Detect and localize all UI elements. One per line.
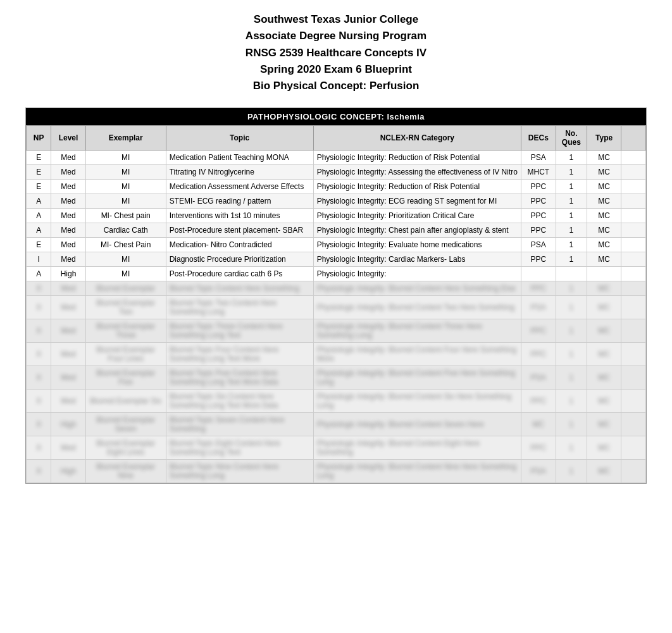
table-row: AHighMIPost-Procedure cardiac cath 6 PsP… [27, 266, 646, 281]
col-header-type: Type [587, 125, 621, 150]
page-header: Southwest Texas Junior College Associate… [0, 0, 672, 101]
table-row: IMedMIDiagnostic Procedure Prioritizatio… [27, 252, 646, 266]
header-line5: Bio Physical Concept: Perfusion [6, 78, 666, 94]
col-header-exemplar: Exemplar [85, 125, 166, 150]
table-row: XMedBlurred Exemplar SixBlurred Topic Si… [27, 389, 646, 412]
col-header-decs: DECs [521, 125, 556, 150]
header-line1: Southwest Texas Junior College [6, 11, 666, 28]
col-header-level: Level [51, 125, 85, 150]
col-header-extra [621, 125, 646, 150]
table-row: EMedMIMedication Assessment Adverse Effe… [27, 179, 646, 194]
table-row: XMedBlurred Exemplar Eight LinesBlurred … [27, 436, 646, 459]
table-row: XHighBlurred Exemplar NineBlurred Topic … [27, 459, 646, 482]
table-row: XMedBlurred ExemplarBlurred Topic Conten… [27, 281, 646, 295]
col-header-noques: No. Ques [556, 125, 587, 150]
main-table-container: PATHOPHYSIOLOGIC CONCEPT: Ischemia NP Le… [25, 108, 647, 484]
table-row: XMedBlurred Exemplar ThreeBlurred Topic … [27, 319, 646, 342]
table-row: XMedBlurred Exemplar Four LinesBlurred T… [27, 342, 646, 366]
table-header-row: NP Level Exemplar Topic NCLEX-RN Categor… [27, 125, 646, 150]
header-line4: Spring 2020 Exam 6 Blueprint [6, 61, 666, 78]
table-row: EMedMI- Chest PainMedication- Nitro Cont… [27, 237, 646, 252]
header-line2: Associate Degree Nursing Program [6, 28, 666, 44]
col-header-np: NP [27, 125, 51, 150]
table-row: XMedBlurred Exemplar TwoBlurred Topic Tw… [27, 295, 646, 319]
table-body: EMedMIMedication Patient Teaching MONAPh… [27, 150, 646, 482]
section-header: PATHOPHYSIOLOGIC CONCEPT: Ischemia [26, 108, 646, 125]
col-header-nclex: NCLEX-RN Category [313, 125, 521, 150]
table-row: XHighBlurred Exemplar SevenBlurred Topic… [27, 412, 646, 436]
col-header-topic: Topic [166, 125, 313, 150]
table-row: EMedMIMedication Patient Teaching MONAPh… [27, 150, 646, 164]
table-row: AMedMI- Chest painInterventions with 1st… [27, 208, 646, 223]
header-line3: RNSG 2539 Healthcare Concepts IV [6, 45, 666, 61]
table-row: XMedBlurred Exemplar FiveBlurred Topic F… [27, 366, 646, 389]
exam-blueprint-table: NP Level Exemplar Topic NCLEX-RN Categor… [26, 125, 646, 483]
table-row: EMedMITitrating IV NitroglycerinePhysiol… [27, 164, 646, 179]
table-row: AMedCardiac CathPost-Procedure stent pla… [27, 223, 646, 237]
table-row: AMedMISTEMI- ECG reading / patternPhysio… [27, 194, 646, 208]
